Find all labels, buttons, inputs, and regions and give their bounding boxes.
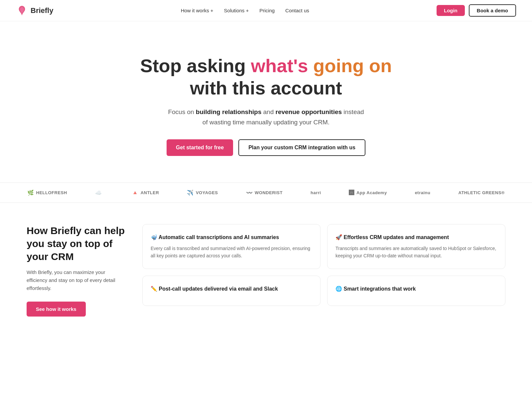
hellofresh-label: HELLOFRESH (36, 190, 67, 195)
nav-actions: Login Book a demo (437, 4, 516, 17)
feature-card-integrations: 🌐 Smart integrations that work (327, 276, 505, 306)
logo-harri: harri (311, 190, 321, 195)
logo-voyages: ✈️ VOYAGES (187, 190, 218, 196)
logo-antler: 🔺 ANTLER (132, 190, 159, 196)
hero-title: Stop asking what's going on with this ac… (140, 55, 392, 99)
feature-postcall-icon: ✏️ (151, 286, 159, 292)
wonderist-icon: 〰️ (246, 190, 253, 196)
feature-integrations-title: 🌐 Smart integrations that work (335, 285, 497, 293)
nav-solutions[interactable]: Solutions + (224, 8, 249, 13)
nav-how-it-works[interactable]: How it works + (181, 8, 213, 13)
feature-card-postcall: ✏️ Post-call updates delivered via email… (142, 276, 321, 306)
get-started-button[interactable]: Get started for free (167, 139, 233, 156)
etrainu-label: etrainu (415, 190, 431, 195)
logo-app-academy: 🅰 App Academy (349, 190, 387, 196)
features-section: How Briefly can help you stay on top of … (0, 203, 532, 338)
crm-integration-button[interactable]: Plan your custom CRM integration with us (238, 139, 365, 156)
nav-links: How it works + Solutions + Pricing Conta… (181, 8, 309, 13)
hero-section: Stop asking what's going on with this ac… (0, 21, 532, 183)
features-left: How Briefly can help you stay on top of … (27, 224, 126, 317)
salesforce-icon: ☁️ (95, 190, 102, 196)
harri-label: harri (311, 190, 321, 195)
feature-transcriptions-title: 🤿 Automatic call transcriptions and AI s… (151, 234, 312, 241)
logo-hellofresh: 🌿 HELLOFRESH (27, 190, 67, 196)
bottom-spacer (0, 338, 532, 351)
logos-strip: 🌿 HELLOFRESH ☁️ 🔺 ANTLER ✈️ VOYAGES 〰️ W… (0, 183, 532, 203)
logo-wonderist: 〰️ WONDERIST (246, 190, 283, 196)
hero-subtitle-prefix: Focus on (168, 108, 196, 115)
login-button[interactable]: Login (437, 5, 465, 16)
voyages-icon: ✈️ (187, 190, 194, 196)
hero-bold2: revenue opportunities (276, 108, 342, 115)
hero-buttons: Get started for free Plan your custom CR… (167, 139, 365, 156)
features-grid: 🤿 Automatic call transcriptions and AI s… (142, 224, 505, 306)
nav-pricing[interactable]: Pricing (259, 8, 275, 13)
antler-icon: 🔺 (132, 190, 139, 196)
book-demo-button[interactable]: Book a demo (469, 4, 516, 17)
wonderist-label: WONDERIST (255, 190, 283, 195)
logo[interactable]: Briefly (16, 5, 53, 17)
feature-crm-title: 🚀 Effortless CRM updates and management (335, 234, 497, 241)
hero-highlight1: what's (251, 55, 308, 76)
hero-bold1: building relationships (196, 108, 261, 115)
logo-text: Briefly (31, 6, 53, 15)
features-heading: How Briefly can help you stay on top of … (27, 224, 126, 263)
feature-card-crm: 🚀 Effortless CRM updates and management … (327, 224, 505, 269)
voyages-label: VOYAGES (196, 190, 218, 195)
feature-postcall-title: ✏️ Post-call updates delivered via email… (151, 285, 312, 293)
features-description: With Briefly, you can maximize your effi… (27, 268, 126, 292)
feature-integrations-icon: 🌐 (335, 286, 343, 292)
logo-athletic-greens: ATHLETIC GREENS® (459, 190, 505, 195)
athletic-greens-label: ATHLETIC GREENS® (459, 190, 505, 195)
feature-transcriptions-desc: Every call is transcribed and summarized… (151, 245, 312, 260)
app-academy-icon: 🅰 (349, 190, 354, 196)
feature-crm-desc: Transcripts and summaries are automatica… (335, 245, 497, 260)
app-academy-label: App Academy (356, 190, 387, 195)
hero-title-suffix: with this account (190, 77, 342, 98)
hero-highlight2: going on (313, 55, 392, 76)
logo-etrainu: etrainu (415, 190, 431, 195)
feature-transcriptions-icon: 🤿 (151, 234, 159, 240)
nav-contact[interactable]: Contact us (285, 8, 309, 13)
antler-label: ANTLER (141, 190, 159, 195)
navbar: Briefly How it works + Solutions + Prici… (0, 0, 532, 21)
feature-card-transcriptions: 🤿 Automatic call transcriptions and AI s… (142, 224, 321, 269)
feature-crm-icon: 🚀 (335, 234, 343, 240)
hero-subtitle: Focus on building relationships and reve… (166, 107, 366, 127)
hero-subtitle-mid: and (261, 108, 275, 115)
see-how-it-works-button[interactable]: See how it works (27, 302, 86, 317)
hellofresh-icon: 🌿 (27, 190, 34, 196)
logo-salesforce: ☁️ (95, 190, 104, 196)
hero-title-prefix: Stop asking (140, 55, 251, 76)
